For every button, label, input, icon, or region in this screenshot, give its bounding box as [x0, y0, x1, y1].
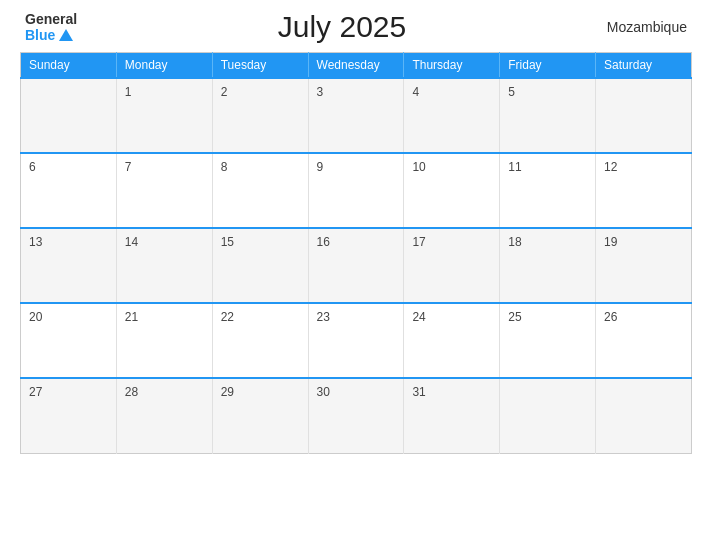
day-number: 18	[508, 235, 521, 249]
calendar-day-cell: 4	[404, 78, 500, 153]
calendar-day-cell	[21, 78, 117, 153]
day-number: 27	[29, 385, 42, 399]
calendar-day-cell: 13	[21, 228, 117, 303]
day-number: 8	[221, 160, 228, 174]
calendar-week-row: 20212223242526	[21, 303, 692, 378]
day-number: 22	[221, 310, 234, 324]
logo-general-text: General	[25, 11, 77, 27]
day-of-week-header: Saturday	[596, 53, 692, 79]
logo-triangle-icon	[59, 29, 73, 41]
day-number: 3	[317, 85, 324, 99]
calendar-day-cell: 15	[212, 228, 308, 303]
day-number: 7	[125, 160, 132, 174]
day-of-week-header: Wednesday	[308, 53, 404, 79]
calendar-day-cell: 10	[404, 153, 500, 228]
day-number: 25	[508, 310, 521, 324]
day-number: 20	[29, 310, 42, 324]
calendar-day-cell	[500, 378, 596, 453]
day-number: 4	[412, 85, 419, 99]
calendar-day-cell: 17	[404, 228, 500, 303]
day-number: 12	[604, 160, 617, 174]
calendar-day-cell: 30	[308, 378, 404, 453]
calendar-header: General Blue July 2025 Mozambique	[20, 10, 692, 44]
calendar-day-cell: 23	[308, 303, 404, 378]
calendar-day-cell: 22	[212, 303, 308, 378]
calendar-header-row: SundayMondayTuesdayWednesdayThursdayFrid…	[21, 53, 692, 79]
day-number: 2	[221, 85, 228, 99]
day-number: 13	[29, 235, 42, 249]
day-number: 17	[412, 235, 425, 249]
calendar-day-cell: 21	[116, 303, 212, 378]
day-number: 26	[604, 310, 617, 324]
calendar-week-row: 6789101112	[21, 153, 692, 228]
calendar-day-cell: 7	[116, 153, 212, 228]
calendar-day-cell: 28	[116, 378, 212, 453]
day-number: 24	[412, 310, 425, 324]
calendar-day-cell: 16	[308, 228, 404, 303]
calendar-day-cell: 20	[21, 303, 117, 378]
country-label: Mozambique	[607, 19, 687, 35]
logo-blue-text: Blue	[25, 27, 73, 43]
day-number: 11	[508, 160, 521, 174]
calendar-day-cell: 11	[500, 153, 596, 228]
day-number: 14	[125, 235, 138, 249]
day-number: 29	[221, 385, 234, 399]
calendar-title: July 2025	[278, 10, 406, 44]
calendar-day-cell: 27	[21, 378, 117, 453]
calendar-week-row: 13141516171819	[21, 228, 692, 303]
calendar-day-cell: 5	[500, 78, 596, 153]
day-number: 5	[508, 85, 515, 99]
day-number: 9	[317, 160, 324, 174]
calendar-day-cell: 2	[212, 78, 308, 153]
calendar-day-cell: 29	[212, 378, 308, 453]
calendar-day-cell: 19	[596, 228, 692, 303]
day-number: 19	[604, 235, 617, 249]
calendar-table: SundayMondayTuesdayWednesdayThursdayFrid…	[20, 52, 692, 454]
calendar-day-cell: 31	[404, 378, 500, 453]
day-of-week-header: Thursday	[404, 53, 500, 79]
calendar-day-cell: 9	[308, 153, 404, 228]
day-number: 28	[125, 385, 138, 399]
calendar-day-cell: 3	[308, 78, 404, 153]
calendar-day-cell: 8	[212, 153, 308, 228]
calendar-day-cell: 6	[21, 153, 117, 228]
calendar-day-cell: 26	[596, 303, 692, 378]
day-number: 15	[221, 235, 234, 249]
calendar-day-cell: 24	[404, 303, 500, 378]
calendar-day-cell: 25	[500, 303, 596, 378]
day-number: 10	[412, 160, 425, 174]
day-number: 31	[412, 385, 425, 399]
day-number: 30	[317, 385, 330, 399]
day-number: 16	[317, 235, 330, 249]
calendar-day-cell	[596, 78, 692, 153]
calendar-week-row: 12345	[21, 78, 692, 153]
calendar-day-cell: 18	[500, 228, 596, 303]
day-number: 23	[317, 310, 330, 324]
day-number: 21	[125, 310, 138, 324]
day-of-week-header: Tuesday	[212, 53, 308, 79]
day-number: 1	[125, 85, 132, 99]
day-of-week-header: Monday	[116, 53, 212, 79]
day-of-week-header: Friday	[500, 53, 596, 79]
calendar-day-cell: 12	[596, 153, 692, 228]
calendar-week-row: 2728293031	[21, 378, 692, 453]
day-of-week-header: Sunday	[21, 53, 117, 79]
logo: General Blue	[25, 11, 77, 43]
calendar-day-cell	[596, 378, 692, 453]
calendar-day-cell: 1	[116, 78, 212, 153]
day-number: 6	[29, 160, 36, 174]
calendar-day-cell: 14	[116, 228, 212, 303]
